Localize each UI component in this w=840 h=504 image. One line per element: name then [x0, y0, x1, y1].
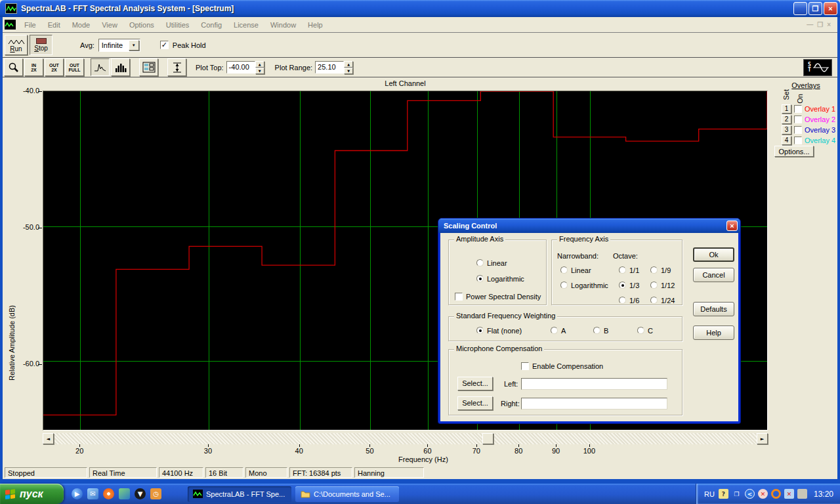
- help-button[interactable]: Help: [693, 326, 734, 340]
- plot-range-input[interactable]: 25.10: [315, 61, 344, 74]
- octave-1-3-radio[interactable]: [619, 282, 626, 289]
- peak-curve-view-button[interactable]: [91, 58, 110, 76]
- generator-st-label: ST: [804, 62, 812, 73]
- overlay-set-button-2[interactable]: 2: [782, 115, 791, 124]
- volume-muted-icon[interactable]: ✕: [758, 489, 768, 499]
- defaults-button[interactable]: Defaults: [693, 302, 734, 316]
- start-button[interactable]: пуск: [0, 484, 64, 504]
- narrowband-linear-radio[interactable]: [560, 266, 568, 274]
- zoom-out-full-button[interactable]: OUT FULL: [65, 58, 84, 76]
- overlay-on-checkbox-4[interactable]: ✓: [794, 136, 802, 144]
- x-tick-label-20: 20: [66, 447, 93, 455]
- photo-icon[interactable]: [119, 488, 130, 499]
- overlay-set-button-3[interactable]: 3: [782, 125, 791, 135]
- amplitude-scale-button[interactable]: [167, 58, 186, 76]
- network-offline-icon[interactable]: ✕: [784, 489, 794, 499]
- octave-1-9-radio[interactable]: [650, 266, 658, 274]
- language-indicator[interactable]: RU: [704, 490, 715, 498]
- overlay-on-checkbox-1[interactable]: ✓: [794, 105, 802, 113]
- menu-options[interactable]: Options: [123, 19, 160, 31]
- menu-file[interactable]: File: [18, 19, 42, 31]
- window-layout-icon: [142, 62, 156, 73]
- scroll-left-arrow-icon[interactable]: ◄: [43, 433, 54, 444]
- signal-generator-button[interactable]: ST: [803, 59, 832, 76]
- window-title: SpectraLAB - FFT Spectral Analysis Syste…: [20, 4, 792, 13]
- taskbar-task-2[interactable]: C:\Documents and Se...: [295, 486, 399, 502]
- mdi-window-controls[interactable]: ―❐×: [807, 21, 837, 28]
- amplitude-logarithmic-radio[interactable]: [476, 275, 484, 282]
- dialog-close-icon[interactable]: ×: [726, 220, 738, 231]
- enable-compensation-checkbox[interactable]: ✓: [521, 362, 529, 370]
- overlay-set-button-1[interactable]: 1: [782, 104, 791, 114]
- plot-top-spinner[interactable]: ▲▼: [255, 61, 264, 74]
- dialog-title-bar[interactable]: Scaling Control ×: [438, 219, 740, 233]
- spectrum-client-area: Left Channel -40.0 -50.0 -60.0 Relative …: [3, 77, 837, 466]
- weighting-c-radio[interactable]: [637, 327, 644, 334]
- minimize-button[interactable]: _: [793, 2, 807, 15]
- octave-1-24-radio[interactable]: [650, 297, 658, 304]
- menu-license[interactable]: License: [228, 19, 264, 31]
- bar-view-button[interactable]: [111, 58, 130, 76]
- display-config-button[interactable]: [139, 58, 158, 76]
- clock[interactable]: 13:20: [814, 490, 833, 499]
- mail-icon[interactable]: ✉: [87, 488, 98, 499]
- chevron-down-icon[interactable]: ▼: [129, 40, 139, 51]
- select-right-button[interactable]: Select...: [457, 396, 493, 410]
- dialog-title: Scaling Control: [444, 222, 497, 230]
- browser-icon[interactable]: [103, 488, 114, 499]
- collapse-chevron-icon[interactable]: <: [745, 489, 755, 499]
- select-left-button[interactable]: Select...: [457, 377, 493, 390]
- status-cell-7: Hanning: [354, 467, 424, 478]
- media-player-icon[interactable]: ▶: [72, 488, 83, 499]
- frequency-scrollbar[interactable]: ◄ ►: [43, 433, 768, 444]
- scroll-right-arrow-icon[interactable]: ►: [757, 433, 768, 444]
- menu-edit[interactable]: Edit: [42, 19, 66, 31]
- avg-combobox[interactable]: Infinite ▼: [98, 39, 140, 52]
- close-button[interactable]: ×: [824, 2, 837, 15]
- run-button[interactable]: Run: [5, 35, 28, 55]
- overlay-options-button[interactable]: Options...: [774, 146, 814, 157]
- amplitude-linear-radio[interactable]: [476, 259, 484, 266]
- octave-1-6-radio[interactable]: [619, 297, 626, 304]
- bat-icon[interactable]: ▼: [135, 488, 146, 499]
- plot-top-input[interactable]: -40.00: [226, 61, 255, 74]
- overlay-on-checkbox-2[interactable]: ✓: [794, 116, 802, 123]
- menu-utilities[interactable]: Utilities: [160, 19, 195, 31]
- cancel-button[interactable]: Cancel: [693, 268, 734, 282]
- maximize-button[interactable]: ❐: [808, 2, 822, 15]
- narrowband-logarithmic-radio[interactable]: [560, 282, 568, 289]
- restore-window-icon[interactable]: ❐: [732, 489, 742, 499]
- mic-right-input[interactable]: [521, 398, 667, 410]
- menu-view[interactable]: View: [96, 19, 123, 31]
- plot-range-spinner[interactable]: ▲▼: [344, 61, 353, 74]
- overlay-set-button-4[interactable]: 4: [782, 136, 791, 145]
- zoom-tool-button[interactable]: [4, 58, 23, 76]
- weighting-flat-radio[interactable]: [476, 327, 484, 334]
- ok-button[interactable]: Ok: [693, 247, 734, 262]
- menu-config[interactable]: Config: [195, 19, 228, 31]
- stop-button[interactable]: Stop: [30, 35, 52, 55]
- ring-app-icon[interactable]: [771, 489, 781, 499]
- menu-mode[interactable]: Mode: [66, 19, 96, 31]
- mdi-close-icon[interactable]: ×: [827, 21, 831, 28]
- taskbar-task-1[interactable]: SpectraLAB - FFT Spe...: [188, 486, 291, 502]
- weighting-a-radio[interactable]: [551, 327, 558, 334]
- octave-1-1-radio[interactable]: [619, 266, 626, 274]
- zoom-out-2x-button[interactable]: OUT 2X: [45, 58, 64, 76]
- overlay-on-checkbox-3[interactable]: ✓: [794, 126, 802, 134]
- clock-icon[interactable]: ◷: [150, 488, 161, 499]
- menu-help[interactable]: Help: [302, 19, 329, 31]
- mdi-minimize-icon[interactable]: ―: [807, 21, 813, 28]
- scrollbar-thumb[interactable]: [482, 433, 494, 444]
- dual-display-icon[interactable]: [797, 489, 807, 499]
- mdi-restore-icon[interactable]: ❐: [817, 21, 823, 28]
- help-icon[interactable]: ?: [719, 489, 728, 499]
- psd-checkbox[interactable]: ✓: [455, 293, 463, 301]
- weighting-b-radio[interactable]: [593, 327, 600, 334]
- menu-window[interactable]: Window: [264, 19, 302, 31]
- peak-hold-checkbox[interactable]: ✓: [160, 41, 169, 49]
- spectralab-window: SpectraLAB - FFT Spectral Analysis Syste…: [0, 0, 840, 504]
- mic-left-input[interactable]: [521, 378, 667, 390]
- octave-1-12-radio[interactable]: [650, 282, 658, 289]
- zoom-in-2x-button[interactable]: IN 2X: [24, 58, 43, 76]
